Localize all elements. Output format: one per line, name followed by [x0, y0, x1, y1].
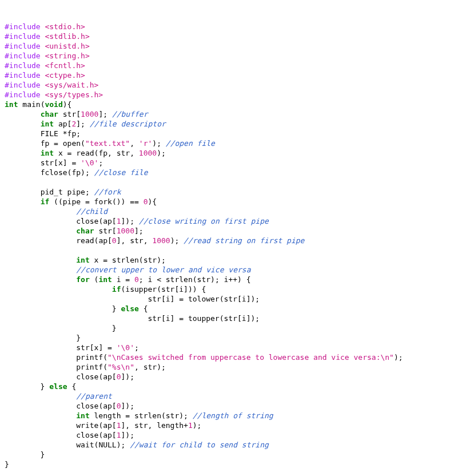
number: 1000 — [117, 227, 134, 235]
id: x — [94, 256, 99, 264]
include-header: <unistd.h> — [45, 42, 89, 50]
include-directive: #include — [5, 22, 41, 31]
keyword-void: void — [45, 100, 62, 109]
include-directive: #include — [5, 42, 41, 50]
keyword-for: for — [76, 275, 89, 284]
char-literal: 'r' — [139, 139, 152, 148]
number: 0 — [117, 402, 121, 410]
keyword-int: int — [41, 120, 54, 128]
id: ap — [103, 372, 112, 381]
comment: //parent — [76, 392, 112, 400]
number: 1000 — [152, 236, 170, 245]
number: 1 — [117, 431, 121, 439]
id: str — [98, 227, 111, 235]
comment: //length of string — [193, 411, 273, 420]
fn: printf — [76, 363, 103, 371]
include-directive: #include — [5, 32, 41, 41]
id: i — [148, 275, 152, 284]
id: i — [117, 275, 121, 284]
id: pipe — [63, 197, 81, 206]
keyword-if: if — [112, 285, 121, 293]
number: 0 — [144, 197, 148, 206]
id: str — [166, 411, 179, 420]
id: fp — [98, 149, 107, 157]
id: pid_t — [41, 188, 63, 196]
keyword-char: char — [76, 227, 94, 235]
id: fp — [71, 168, 81, 177]
id: x — [58, 149, 63, 157]
fn: toupper — [188, 314, 220, 323]
keyword-int: int — [98, 275, 111, 284]
id: str — [144, 363, 157, 371]
number: 1000 — [81, 110, 98, 118]
id: x — [94, 343, 99, 352]
include-header: <stdlib.h> — [45, 32, 89, 41]
id: x — [58, 158, 63, 167]
id: str — [144, 256, 157, 264]
fn: close — [76, 431, 98, 439]
id: ap — [103, 402, 112, 410]
number: 0 — [112, 236, 117, 245]
id: length — [94, 411, 121, 420]
id: i — [242, 314, 246, 323]
number: 1 — [117, 421, 121, 430]
number: 0 — [134, 275, 139, 284]
comment: //close writing on first pipe — [139, 217, 269, 225]
keyword-int: int — [5, 100, 18, 109]
include-directive: #include — [5, 61, 41, 70]
fn: fork — [94, 197, 112, 206]
comment: //file descriptor — [90, 120, 166, 128]
id: i — [179, 285, 184, 293]
include-header: <sys/wait.h> — [45, 81, 98, 89]
fn: read — [76, 236, 94, 245]
comment: //buffer — [112, 110, 148, 118]
id: NULL — [98, 441, 116, 449]
fn: tolower — [188, 295, 220, 303]
keyword-if: if — [41, 197, 50, 206]
fn: wait — [76, 441, 94, 449]
fn: printf — [76, 353, 103, 362]
id: pipe — [67, 188, 85, 196]
id: i — [242, 295, 246, 303]
fn: strlen — [166, 275, 193, 284]
id: str — [117, 149, 130, 157]
id: FILE — [41, 129, 58, 138]
include-header: <sys/types.h> — [45, 90, 103, 99]
id: str — [161, 285, 174, 293]
fn: strlen — [134, 411, 161, 420]
id: i — [166, 314, 170, 323]
number: 1 — [117, 217, 121, 225]
code-block: #include <stdio.h> #include <stdlib.h> #… — [5, 22, 457, 469]
fn: close — [76, 372, 98, 381]
id: ap — [98, 236, 107, 245]
keyword-else: else — [121, 304, 139, 313]
id: str — [197, 275, 210, 284]
string: "text.txt" — [85, 139, 130, 148]
keyword-else: else — [49, 382, 67, 391]
id: length — [157, 421, 184, 430]
id: ap — [103, 421, 112, 430]
id: str — [63, 110, 76, 118]
id: fp — [41, 139, 50, 148]
fn-main: main — [22, 100, 40, 109]
id: str — [224, 295, 237, 303]
include-header: <string.h> — [45, 51, 89, 60]
keyword-int: int — [76, 256, 89, 264]
include-directive: #include — [5, 51, 41, 60]
include-header: <stdio.h> — [45, 22, 85, 31]
fn: write — [76, 421, 98, 430]
id: str — [41, 158, 54, 167]
include-header: <fcntl.h> — [45, 61, 85, 70]
comment: //close file — [94, 168, 148, 177]
id: ap — [103, 217, 112, 225]
id: fp — [67, 129, 77, 138]
comment: //fork — [94, 188, 121, 196]
comment: //child — [76, 207, 107, 216]
fn: close — [76, 402, 98, 410]
id: ap — [103, 431, 112, 439]
fn: isupper — [125, 285, 157, 293]
id: i — [166, 295, 170, 303]
comment: //wait for child to send string — [130, 441, 269, 449]
fn: read — [76, 149, 94, 157]
number: 1000 — [139, 149, 157, 157]
